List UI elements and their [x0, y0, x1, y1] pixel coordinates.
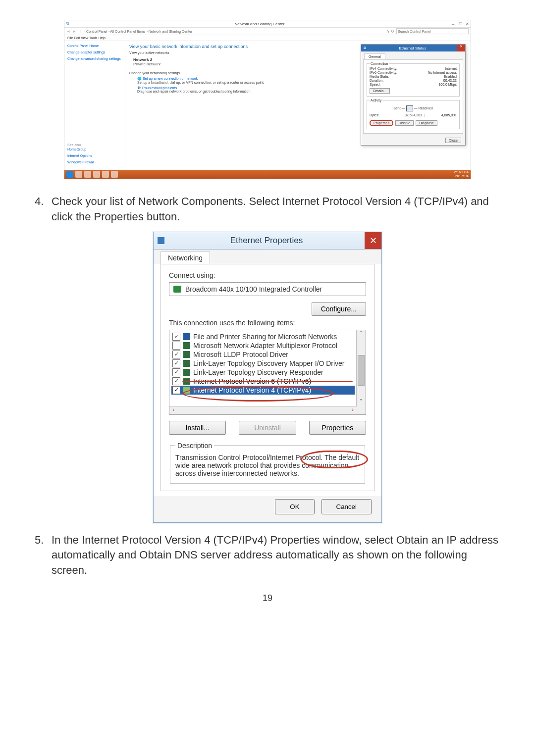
- dialog-body: Connect using: Broadcom 440x 10/100 Inte…: [160, 264, 374, 491]
- close-button[interactable]: ✕: [464, 22, 471, 26]
- sidebar-advanced-sharing[interactable]: Change advanced sharing settings: [67, 57, 122, 60]
- media-state-value: Enabled: [444, 75, 457, 78]
- sent-label: Sent: [393, 106, 400, 110]
- ipv4-conn-label: IPv4 Connectivity:: [370, 67, 445, 70]
- taskbar-clock[interactable]: 2:16 TUA 2017/1/4: [454, 170, 469, 178]
- main-panel: View your basic network information and …: [125, 41, 471, 170]
- list-item-label: Internet Protocol Version 4 (TCP/IPv4): [193, 386, 311, 394]
- taskbar-explorer-icon[interactable]: [75, 171, 82, 178]
- ok-button[interactable]: OK: [275, 499, 314, 514]
- list-item[interactable]: ✓Link-Layer Topology Discovery Responder: [171, 368, 355, 377]
- list-item-label: Microsoft LLDP Protocol Driver: [193, 351, 288, 358]
- checkbox[interactable]: ✓: [172, 368, 180, 376]
- checkbox[interactable]: [172, 342, 180, 350]
- taskbar-app-icon[interactable]: [84, 171, 91, 178]
- sidebar-homegroup[interactable]: HomeGroup: [67, 148, 122, 151]
- computer-icon: [406, 105, 413, 111]
- scroll-right-icon[interactable]: ›: [349, 406, 357, 414]
- action-troubleshoot-desc: Diagnose and repair network problems, or…: [137, 90, 251, 93]
- ethernet-status-titlebar: ⧉ Ethernet Status ✕: [361, 45, 465, 51]
- network-type: Private network: [133, 62, 377, 66]
- sidebar-windows-firewall[interactable]: Windows Firewall: [67, 160, 122, 164]
- nav-up-icon[interactable]: ↑: [79, 29, 81, 34]
- media-state-label: Media State:: [370, 75, 444, 78]
- ipv6-conn-value: No Internet access: [428, 71, 457, 74]
- horizontal-scrollbar[interactable]: ‹ ›: [169, 406, 357, 414]
- components-listbox[interactable]: ✓File and Printer Sharing for Microsoft …: [169, 330, 366, 415]
- step-4-text: Check your list of Network Components. S…: [52, 194, 500, 225]
- menu-bar[interactable]: File Edit View Tools Help: [64, 35, 471, 41]
- breadcrumb[interactable]: › Control Panel › All Control Panel Item…: [84, 30, 385, 33]
- list-item[interactable]: ✓Internet Protocol Version 6 (TCP/IPv6): [171, 377, 355, 386]
- dialog-title: Ethernet Properties: [168, 236, 365, 246]
- taskbar-date: 2017/1/4: [454, 174, 469, 178]
- network-share-icon: [183, 333, 190, 340]
- properties-button[interactable]: Properties: [370, 120, 393, 126]
- dialog-close-button[interactable]: ✕: [365, 232, 381, 249]
- action-new-connection-link[interactable]: Set up a new connection or network: [143, 77, 198, 80]
- checkbox[interactable]: ✓: [172, 377, 180, 385]
- tab-general[interactable]: General: [364, 53, 385, 59]
- checkbox[interactable]: ✓: [172, 386, 180, 394]
- ethernet-status-title: Ethernet Status: [368, 46, 457, 50]
- items-intro: This connection uses the following items…: [169, 319, 366, 327]
- action-troubleshoot-link[interactable]: Troubleshoot problems: [142, 86, 177, 90]
- taskbar-app-icon[interactable]: [102, 171, 109, 178]
- nav-back-icon[interactable]: ◄: [66, 29, 70, 34]
- cancel-button[interactable]: Cancel: [321, 499, 372, 514]
- taskbar-ie-icon[interactable]: [66, 171, 73, 178]
- search-input[interactable]: [396, 28, 469, 34]
- scroll-down-icon[interactable]: ˅: [357, 399, 366, 406]
- description-text: Transmission Control Protocol/Internet P…: [175, 454, 360, 477]
- list-item[interactable]: Microsoft Network Adapter Multiplexor Pr…: [171, 341, 355, 350]
- step-5: 5. In the Internet Protocol Version 4 (T…: [35, 533, 500, 578]
- nav-fwd-icon[interactable]: ►: [72, 29, 76, 34]
- protocol-icon: [183, 342, 190, 349]
- nic-icon: [173, 286, 181, 293]
- checkbox[interactable]: ✓: [172, 333, 180, 341]
- scroll-thumb[interactable]: [358, 355, 365, 386]
- install-button[interactable]: Install...: [169, 421, 226, 435]
- protocol-icon: [183, 369, 190, 376]
- connection-legend: Connection: [370, 62, 389, 65]
- close-button[interactable]: Close: [445, 138, 461, 143]
- speed-label: Speed:: [370, 83, 438, 86]
- step-4-number: 4.: [35, 194, 52, 225]
- window-title: Network and Sharing Center: [69, 22, 450, 26]
- checkbox[interactable]: ✓: [172, 359, 180, 367]
- configure-button[interactable]: Configure...: [312, 302, 366, 316]
- sidebar-control-panel-home[interactable]: Control Panel Home: [67, 44, 122, 48]
- details-button[interactable]: Details...: [370, 88, 390, 94]
- protocol-icon: [183, 360, 190, 367]
- ethernet-status-dialog: ⧉ Ethernet Status ✕ General Connection I…: [361, 44, 466, 146]
- sidebar-change-adapter[interactable]: Change adapter settings: [67, 50, 122, 54]
- sidebar-internet-options[interactable]: Internet Options: [67, 154, 122, 157]
- connection-fieldset: Connection IPv4 Connectivity:Internet IP…: [367, 62, 460, 97]
- refresh-icon[interactable]: ∨ ↻: [387, 29, 394, 34]
- list-item[interactable]: ✓Internet Protocol Version 4 (TCP/IPv4): [171, 386, 355, 395]
- list-item[interactable]: ✓File and Printer Sharing for Microsoft …: [171, 332, 355, 341]
- action-new-connection-desc: Set up a broadband, dial-up, or VPN conn…: [137, 81, 265, 84]
- connect-using-label: Connect using:: [169, 271, 366, 279]
- scroll-up-icon[interactable]: ˄: [357, 330, 366, 338]
- tab-networking[interactable]: Networking: [160, 252, 210, 264]
- taskbar-app-icon[interactable]: [111, 171, 118, 178]
- sidebar-see-also: See also: [67, 143, 122, 147]
- taskbar-app-icon[interactable]: [93, 171, 100, 178]
- list-item[interactable]: ✓Microsoft LLDP Protocol Driver: [171, 350, 355, 359]
- globe-plus-icon: 🌐: [137, 77, 142, 80]
- disable-button[interactable]: Disable: [395, 120, 414, 126]
- diagnose-button[interactable]: Diagnose: [416, 120, 437, 126]
- minimize-button[interactable]: –: [450, 22, 457, 26]
- maximize-button[interactable]: ☐: [457, 22, 464, 26]
- properties-button[interactable]: Properties: [309, 421, 366, 435]
- scroll-left-icon[interactable]: ‹: [169, 406, 177, 414]
- ethernet-status-close[interactable]: ✕: [457, 45, 465, 51]
- vertical-scrollbar[interactable]: ˄ ˅: [356, 330, 366, 414]
- list-item[interactable]: ✓Link-Layer Topology Discovery Mapper I/…: [171, 359, 355, 368]
- ipv6-conn-label: IPv6 Connectivity:: [370, 71, 428, 74]
- taskbar: 2:16 TUA 2017/1/4: [64, 170, 471, 179]
- activity-graphic: Sent — — Received: [370, 105, 457, 111]
- checkbox[interactable]: ✓: [172, 351, 180, 358]
- bytes-label: Bytes:: [370, 113, 392, 117]
